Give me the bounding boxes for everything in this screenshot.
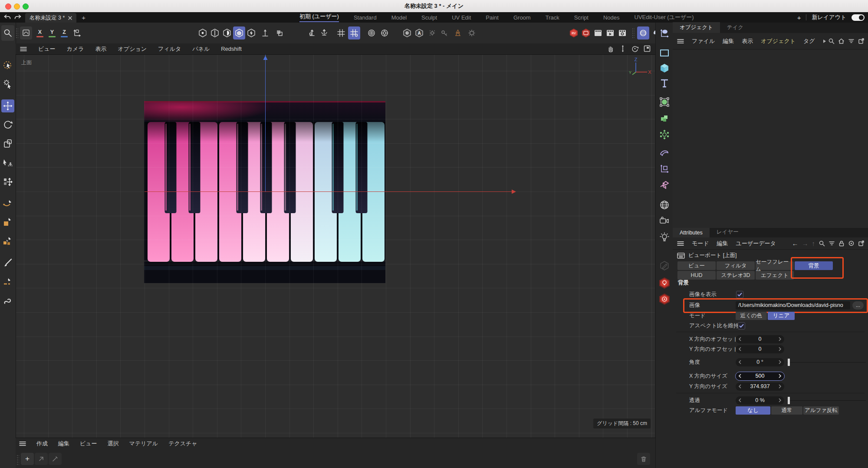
render-view-button[interactable]: RV	[568, 26, 580, 40]
asset-a-button[interactable]: A	[413, 26, 425, 40]
viewtab-filter[interactable]: フィルタ	[717, 261, 755, 270]
toggle-single-view-icon[interactable]	[643, 45, 651, 53]
angle-slider[interactable]	[787, 358, 866, 366]
spinner-right-icon[interactable]	[779, 398, 781, 402]
viewport-menu-options[interactable]: オプション	[118, 45, 147, 53]
om-menu-objects[interactable]: オブジェクト	[761, 37, 796, 45]
om-menu-edit[interactable]: 編集	[723, 37, 734, 45]
viewtab-back[interactable]: 背景	[795, 261, 833, 270]
rectangle-spline-tool[interactable]	[1, 215, 14, 228]
viewtab-view[interactable]: ビュー	[677, 261, 716, 270]
delete-material-button[interactable]	[637, 453, 650, 465]
attr-up-icon[interactable]: ↑	[812, 240, 815, 247]
offset-y-value[interactable]: 0	[741, 346, 779, 352]
key-lock-button[interactable]	[438, 26, 450, 40]
spinner-right-icon[interactable]	[779, 337, 781, 341]
material-menu-view[interactable]: ビュー	[80, 440, 97, 448]
angle-spinner[interactable]: 0 °	[736, 358, 784, 366]
deformer-bend-button[interactable]	[657, 145, 672, 160]
layout-tab-uvedit[interactable]: UV Edit	[452, 14, 471, 21]
tweak-tool[interactable]	[1, 77, 14, 90]
redshift-camera-button[interactable]	[657, 292, 672, 307]
layout-tab-uvedit-user[interactable]: UVEdit-User (ユーザー)	[635, 13, 694, 21]
settings-gear-button[interactable]	[466, 26, 478, 40]
add-layout-button[interactable]: +	[797, 14, 801, 21]
material-menu-texture[interactable]: テクスチャ	[168, 440, 197, 448]
spline-smooth-tool[interactable]	[1, 294, 14, 307]
object-list[interactable]	[673, 49, 868, 228]
camera-object-button[interactable]	[657, 214, 672, 228]
alpha-option-inverted[interactable]: アルファ反転	[803, 406, 839, 415]
spinner-right-icon[interactable]	[779, 374, 781, 378]
attr-forward-icon[interactable]: →	[802, 240, 809, 247]
simulation-button[interactable]	[637, 26, 649, 40]
spinner-right-icon[interactable]	[779, 384, 781, 389]
attr-back-icon[interactable]: ←	[792, 240, 799, 247]
asset-cube-button[interactable]	[401, 26, 413, 40]
lock-y-axis-button[interactable]: Y	[46, 26, 58, 40]
snap-enable-button[interactable]	[348, 26, 360, 40]
viewtab-effects[interactable]: エフェクト	[756, 271, 794, 280]
spinner-right-icon[interactable]	[779, 360, 781, 364]
attr-menu-userdata[interactable]: ユーザーデータ	[736, 240, 776, 247]
angle-slider-handle[interactable]	[788, 359, 790, 366]
viewtab-safeframes[interactable]: セーフフレーム	[756, 261, 794, 270]
om-export-icon[interactable]	[858, 38, 865, 44]
layout-tab-model[interactable]: Model	[391, 14, 407, 21]
viewport-menu-view[interactable]: ビュー	[38, 45, 56, 53]
render-queue-button[interactable]	[604, 26, 616, 40]
selection-filter-button[interactable]	[426, 26, 438, 40]
add-document-tab-button[interactable]: +	[76, 12, 91, 23]
rotate-tool[interactable]	[1, 118, 14, 131]
transparency-slider[interactable]	[787, 396, 866, 405]
viewport-menu-redshift[interactable]: Redshift	[221, 46, 242, 52]
om-menu-overflow-icon[interactable]	[823, 39, 826, 43]
free-move-button[interactable]	[306, 26, 318, 40]
size-x-spinner[interactable]: 500	[736, 372, 784, 380]
keep-aspect-checkbox[interactable]	[738, 322, 745, 330]
transparency-value[interactable]: 0 %	[741, 397, 779, 403]
spline-pen-tool[interactable]	[1, 197, 14, 210]
environment-sky-button[interactable]	[657, 198, 672, 212]
attr-target-icon[interactable]	[848, 240, 855, 247]
lock-z-axis-button[interactable]: Z	[58, 26, 70, 40]
cube-primitive-button[interactable]	[657, 61, 672, 76]
material-menu-select[interactable]: 選択	[108, 440, 119, 448]
close-tab-icon[interactable]	[68, 16, 72, 20]
brush-tool[interactable]	[1, 257, 14, 270]
attr-menu-mode[interactable]: モード	[692, 240, 709, 247]
mode-option-linear[interactable]: リニア	[768, 312, 795, 320]
zoom-view-icon[interactable]	[619, 45, 627, 53]
attr-filter-icon[interactable]	[829, 240, 835, 247]
xpresso-button[interactable]	[657, 178, 672, 193]
rotation-band-button[interactable]	[365, 26, 378, 40]
volume-builder-button[interactable]	[657, 111, 672, 125]
om-home-icon[interactable]	[838, 38, 845, 44]
offset-y-spinner[interactable]: 0	[736, 345, 784, 353]
alpha-option-normal[interactable]: 通常	[771, 406, 802, 415]
layout-tab-script[interactable]: Script	[574, 14, 589, 21]
layout-tab-default[interactable]: 初期 (ユーザー)	[299, 13, 339, 22]
enable-axis-button[interactable]	[259, 26, 271, 40]
move-tool[interactable]	[1, 99, 14, 112]
layout-tab-standard[interactable]: Standard	[354, 14, 377, 21]
viewport-canvas[interactable]: Z Y X 上面 グリッド間隔 : 50 cm	[16, 55, 655, 438]
tab-layers[interactable]: レイヤー	[710, 227, 746, 237]
offset-x-value[interactable]: 0	[741, 336, 779, 342]
zoom-window-button[interactable]	[23, 3, 29, 10]
text-object-button[interactable]	[657, 76, 672, 91]
object-mode-button[interactable]	[245, 26, 257, 40]
attr-search-icon[interactable]	[819, 240, 825, 247]
last-tool-button[interactable]	[20, 26, 32, 40]
rectangle-spline-button[interactable]	[657, 46, 672, 60]
tab-takes[interactable]: テイク	[720, 22, 750, 33]
render-region-button[interactable]	[580, 26, 592, 40]
layout-tab-paint[interactable]: Paint	[486, 14, 499, 21]
load-material-button[interactable]	[35, 453, 48, 465]
quantize-button[interactable]	[335, 26, 347, 40]
viewport-menu-filter[interactable]: フィルタ	[158, 45, 181, 53]
size-x-value[interactable]: 500	[741, 373, 779, 379]
object-manager-menu-icon[interactable]	[677, 39, 684, 44]
angle-value[interactable]: 0 °	[741, 359, 779, 365]
commander-search-button[interactable]	[1, 25, 14, 41]
